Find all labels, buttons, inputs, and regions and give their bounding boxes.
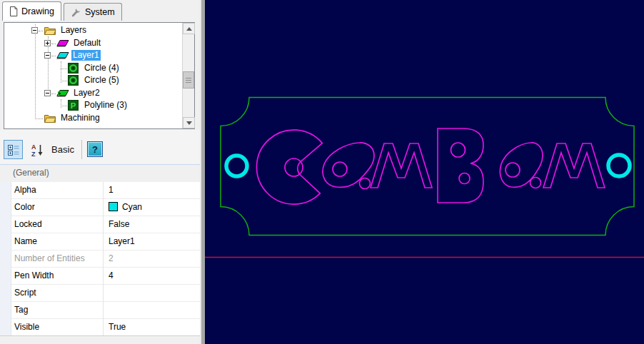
property-value-color[interactable]: Cyan bbox=[104, 199, 200, 216]
folder-icon bbox=[43, 113, 57, 123]
tree-item-layer2[interactable]: Layer2 bbox=[4, 87, 182, 100]
tree-label-layer1: Layer1 bbox=[71, 50, 101, 61]
tree-item-circle4[interactable]: Circle (4) bbox=[4, 62, 182, 75]
scroll-up-button[interactable] bbox=[183, 23, 195, 34]
folder-icon bbox=[43, 25, 57, 36]
row-margin bbox=[0, 285, 11, 302]
tree-label-machining: Machining bbox=[59, 113, 101, 123]
tree-stub bbox=[61, 106, 67, 106]
property-value-alpha[interactable]: 1 bbox=[104, 182, 200, 199]
tree-item-circle5[interactable]: Circle (5) bbox=[4, 74, 182, 87]
scroll-down-button[interactable] bbox=[183, 117, 195, 128]
tree-scrollbar[interactable] bbox=[182, 23, 194, 128]
color-value-text: Cyan bbox=[122, 202, 142, 212]
wrench-icon bbox=[71, 7, 81, 17]
toolbar-separator bbox=[81, 140, 82, 159]
property-name: Tag bbox=[12, 302, 104, 319]
property-value-pen-width[interactable]: 4 bbox=[104, 268, 200, 285]
tree-item-machining[interactable]: Machining bbox=[4, 112, 182, 125]
tree-item-default[interactable]: Default bbox=[4, 37, 182, 50]
drawing-canvas[interactable]: CamBam bbox=[205, 0, 644, 344]
panel-bottom-strip bbox=[0, 335, 200, 344]
row-margin bbox=[0, 199, 11, 216]
row-margin bbox=[0, 216, 11, 233]
circle-entity-icon bbox=[68, 75, 79, 86]
row-margin bbox=[0, 233, 11, 251]
tab-drawing[interactable]: Drawing bbox=[2, 1, 61, 21]
help-button[interactable]: ? bbox=[87, 141, 103, 157]
tree-label-layer2: Layer2 bbox=[72, 88, 101, 98]
categorized-view-button[interactable] bbox=[4, 140, 23, 159]
document-icon bbox=[9, 6, 18, 16]
tree-item-layers[interactable]: Layers bbox=[4, 24, 182, 37]
properties-toolbar: A Z Basic ? bbox=[0, 130, 200, 164]
property-category-general[interactable]: (General) bbox=[0, 165, 200, 182]
tree-label-circle5: Circle (5) bbox=[83, 75, 121, 86]
panel-splitter[interactable] bbox=[200, 0, 205, 344]
property-row-alpha: Alpha 1 bbox=[0, 182, 200, 199]
layer-icon-green-active bbox=[56, 88, 70, 98]
property-value-visible[interactable]: True bbox=[104, 319, 200, 336]
property-value-locked[interactable]: False bbox=[104, 216, 200, 233]
property-row-number-of-entities: Number of Entities 2 bbox=[0, 251, 200, 268]
property-name: Script bbox=[12, 285, 104, 302]
property-row-pen-width: Pen Width 4 bbox=[0, 268, 200, 285]
application-window: Drawing System bbox=[0, 0, 644, 344]
tree-stub bbox=[61, 69, 67, 69]
property-value-name[interactable]: Layer1 bbox=[104, 233, 200, 251]
triangle-down-icon bbox=[186, 121, 192, 125]
collapse-expander-layers[interactable] bbox=[31, 27, 38, 34]
svg-text:Z: Z bbox=[31, 151, 36, 157]
tree-label-layers: Layers bbox=[59, 25, 88, 36]
color-swatch bbox=[109, 202, 118, 211]
property-name: Number of Entities bbox=[12, 251, 104, 268]
property-name: Pen Width bbox=[12, 268, 104, 285]
scroll-thumb[interactable] bbox=[183, 71, 194, 88]
tree-stub bbox=[35, 118, 43, 119]
tab-drawing-label: Drawing bbox=[21, 6, 54, 16]
tree-stub bbox=[61, 81, 67, 81]
drawing-tree: Layers Default bbox=[4, 22, 195, 129]
property-row-color: Color Cyan bbox=[0, 199, 200, 216]
property-row-tag: Tag bbox=[0, 302, 200, 319]
property-value-number-of-entities: 2 bbox=[104, 251, 200, 268]
circle-entity-icon bbox=[68, 63, 79, 74]
canvas-background bbox=[205, 0, 644, 344]
property-row-locked: Locked False bbox=[0, 216, 200, 233]
property-category-label: (General) bbox=[13, 168, 49, 178]
collapse-expander-layer2[interactable] bbox=[44, 90, 51, 96]
svg-text:A: A bbox=[31, 143, 36, 151]
triangle-up-icon bbox=[186, 27, 192, 31]
categorized-icon bbox=[7, 143, 20, 156]
tree-label-polyline3: Polyline (3) bbox=[83, 100, 129, 111]
tab-system[interactable]: System bbox=[64, 3, 122, 21]
collapse-expander-layer1[interactable] bbox=[44, 52, 51, 59]
tree-item-layer1[interactable]: Layer1 bbox=[4, 49, 182, 62]
basic-view-button[interactable]: Basic bbox=[47, 140, 79, 159]
property-name: Visible bbox=[12, 319, 104, 336]
row-margin bbox=[0, 268, 11, 285]
alphabetical-sort-button[interactable]: A Z bbox=[27, 140, 46, 159]
property-row-visible: Visible True bbox=[0, 319, 200, 336]
tree-item-polyline3[interactable]: P Polyline (3) bbox=[4, 99, 182, 112]
layer-icon-magenta bbox=[56, 38, 70, 49]
property-name: Name bbox=[12, 233, 104, 251]
left-panel: Drawing System bbox=[0, 0, 200, 344]
az-sort-icon: A Z bbox=[30, 143, 44, 157]
row-margin bbox=[0, 302, 11, 319]
tab-system-label: System bbox=[85, 7, 115, 17]
property-value-script[interactable] bbox=[104, 285, 200, 302]
layer-icon-cyan bbox=[56, 50, 70, 61]
tree-label-circle4: Circle (4) bbox=[83, 63, 121, 74]
tree-content: Layers Default bbox=[4, 24, 182, 128]
polyline-entity-icon: P bbox=[68, 100, 79, 111]
property-row-name: Name Layer1 bbox=[0, 233, 200, 251]
property-row-script: Script bbox=[0, 285, 200, 302]
tree-label-default: Default bbox=[72, 38, 102, 49]
expand-expander-default[interactable] bbox=[44, 40, 51, 46]
row-margin bbox=[0, 319, 11, 336]
panel-tab-bar: Drawing System bbox=[0, 0, 200, 21]
property-grid: (General) Alpha 1 Color Cyan Locked Fals… bbox=[0, 164, 200, 335]
property-value-tag[interactable] bbox=[104, 302, 200, 319]
property-name: Color bbox=[12, 199, 104, 216]
